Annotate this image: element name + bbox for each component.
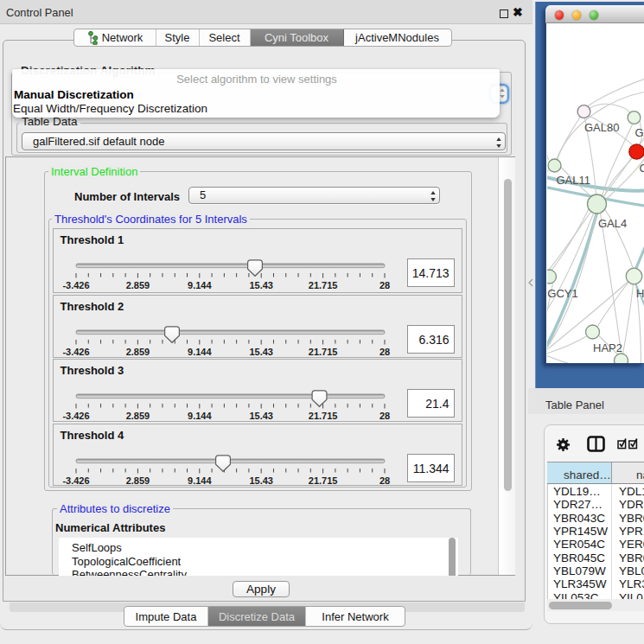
svg-text:15.43: 15.43 xyxy=(249,347,273,357)
svg-text:21.715: 21.715 xyxy=(309,411,338,421)
svg-text:-3.426: -3.426 xyxy=(62,280,89,290)
svg-text:2.859: 2.859 xyxy=(126,411,150,421)
svg-text:2.859: 2.859 xyxy=(126,475,150,486)
svg-text:H: H xyxy=(636,287,644,300)
svg-text:9.144: 9.144 xyxy=(188,280,212,290)
svg-text:GCY1: GCY1 xyxy=(547,287,577,300)
svg-text:9.144: 9.144 xyxy=(188,411,212,421)
svg-text:28: 28 xyxy=(379,475,390,486)
svg-text:28: 28 xyxy=(379,411,390,421)
svg-text:15.43: 15.43 xyxy=(249,280,273,290)
svg-text:15.43: 15.43 xyxy=(249,411,273,421)
svg-text:C: C xyxy=(639,162,644,175)
svg-text:2.859: 2.859 xyxy=(126,280,150,290)
svg-text:15.43: 15.43 xyxy=(249,475,273,486)
svg-text:-3.426: -3.426 xyxy=(62,475,89,486)
svg-text:GAL11: GAL11 xyxy=(556,174,590,187)
svg-text:21.715: 21.715 xyxy=(309,347,338,357)
svg-text:GAL: GAL xyxy=(634,126,644,139)
svg-text:9.144: 9.144 xyxy=(188,347,212,357)
svg-text:2.859: 2.859 xyxy=(126,347,150,357)
svg-text:-3.426: -3.426 xyxy=(62,411,89,421)
svg-text:HAP2: HAP2 xyxy=(593,341,622,354)
svg-text:28: 28 xyxy=(379,347,390,357)
svg-text:21.715: 21.715 xyxy=(309,475,338,486)
svg-text:28: 28 xyxy=(379,280,390,290)
svg-text:9.144: 9.144 xyxy=(188,475,212,486)
svg-text:GAL4: GAL4 xyxy=(598,217,627,230)
svg-text:GAL80: GAL80 xyxy=(584,121,619,134)
svg-text:21.715: 21.715 xyxy=(309,280,338,290)
svg-text:-3.426: -3.426 xyxy=(62,347,89,357)
